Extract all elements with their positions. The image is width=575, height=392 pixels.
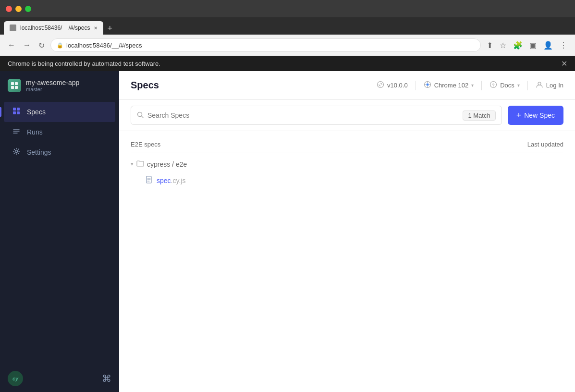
share-icon[interactable]: ⬆	[485, 39, 495, 52]
version-control[interactable]: v10.0.0	[377, 81, 408, 90]
bookmark-icon[interactable]: ☆	[498, 39, 508, 52]
folder-name: cypress / e2e	[147, 160, 187, 168]
docs-label: Docs	[500, 82, 514, 89]
sidebar-item-label-settings: Settings	[27, 148, 51, 156]
sidebar-item-runs[interactable]: Runs	[4, 122, 115, 142]
svg-point-12	[378, 82, 384, 88]
folder-icon	[136, 160, 144, 168]
sidebar-footer: cy ⌘	[0, 365, 119, 392]
specs-icon	[12, 107, 21, 117]
spec-row-spec-cy-js[interactable]: spec .cy.js	[131, 172, 563, 189]
tab-favicon	[10, 24, 16, 31]
sidebar-item-label-runs: Runs	[27, 128, 43, 136]
header-divider-1	[416, 81, 416, 90]
login-label: Log In	[546, 82, 563, 89]
login-control[interactable]: Log In	[536, 81, 563, 90]
docs-control[interactable]: ? Docs ▾	[489, 81, 520, 90]
settings-icon	[12, 147, 21, 158]
login-icon	[536, 81, 543, 90]
automation-banner: Chrome is being controlled by automated …	[0, 56, 575, 71]
folder-row-cypress-e2e[interactable]: ▾ cypress / e2e	[131, 156, 563, 172]
browser-titlebar	[0, 0, 575, 17]
sidebar: my-awesome-app master Specs	[0, 71, 119, 392]
svg-rect-2	[11, 86, 14, 89]
sidebar-toggle-icon[interactable]: ▣	[527, 39, 538, 52]
sidebar-header: my-awesome-app master	[0, 71, 119, 98]
toolbar-row: 1 Match + New Spec	[119, 100, 575, 131]
app-name: my-awesome-app	[26, 79, 79, 86]
new-spec-button[interactable]: + New Spec	[508, 106, 563, 125]
svg-line-19	[142, 116, 144, 118]
folder-chevron-icon: ▾	[131, 161, 134, 167]
sidebar-item-specs[interactable]: Specs	[4, 102, 115, 122]
tab-close-button[interactable]: ✕	[94, 25, 98, 31]
header-controls: v10.0.0 Chrome 102 ▾	[377, 81, 563, 90]
app-title-group: my-awesome-app master	[26, 79, 79, 92]
automation-banner-text: Chrome is being controlled by automated …	[8, 60, 160, 67]
app-branch: master	[26, 86, 79, 92]
svg-rect-5	[17, 108, 20, 110]
spec-file-extension: .cy.js	[171, 177, 186, 184]
refresh-button[interactable]: ↻	[37, 39, 47, 52]
new-spec-plus-icon: +	[516, 110, 522, 121]
banner-close-button[interactable]: ✕	[561, 59, 567, 68]
spec-file-icon	[146, 176, 153, 185]
browser-tab[interactable]: localhost:58436/__/#/specs ✕	[4, 21, 103, 35]
spec-filename: spec	[157, 177, 171, 184]
svg-text:?: ?	[492, 83, 495, 87]
address-text: localhost:58436/__/#/specs	[66, 42, 142, 49]
close-window-button[interactable]	[6, 6, 12, 12]
docs-icon: ?	[489, 81, 497, 90]
svg-rect-7	[17, 111, 20, 114]
new-tab-button[interactable]: +	[107, 24, 112, 34]
search-box: 1 Match	[131, 106, 502, 125]
extensions-icon[interactable]: 🧩	[511, 39, 525, 52]
browser-chevron-icon: ▾	[471, 83, 474, 88]
specs-table-header: E2E specs Last updated	[131, 139, 563, 152]
svg-rect-6	[13, 111, 16, 114]
version-icon	[377, 81, 384, 90]
page-title: Specs	[131, 80, 159, 91]
app-container: my-awesome-app master Specs	[0, 71, 575, 392]
minimize-window-button[interactable]	[15, 6, 22, 12]
app-icon	[8, 79, 21, 92]
address-bar[interactable]: 🔒 localhost:58436/__/#/specs	[50, 38, 481, 52]
maximize-window-button[interactable]	[25, 6, 31, 12]
col-e2e-specs: E2E specs	[131, 141, 160, 148]
search-input[interactable]	[147, 111, 459, 119]
specs-area: E2E specs Last updated ▾ cypress / e2e	[119, 131, 575, 392]
new-spec-label: New Spec	[524, 111, 555, 119]
version-label: v10.0.0	[387, 82, 408, 89]
col-last-updated: Last updated	[527, 141, 563, 148]
browser-addressbar: ← → ↻ 🔒 localhost:58436/__/#/specs ⬆ ☆ 🧩…	[0, 35, 575, 56]
browser-toolbar-icons: ⬆ ☆ 🧩 ▣ 👤 ⋮	[485, 39, 569, 52]
sidebar-item-settings[interactable]: Settings	[4, 142, 115, 162]
sidebar-nav: Specs Runs	[0, 98, 119, 365]
forward-button[interactable]: →	[21, 39, 33, 51]
search-icon	[137, 111, 144, 120]
svg-point-14	[426, 84, 428, 86]
match-badge: 1 Match	[463, 110, 495, 121]
cypress-logo: cy	[8, 371, 23, 386]
browser-tabbar: localhost:58436/__/#/specs ✕ +	[0, 17, 575, 35]
svg-rect-3	[15, 86, 18, 89]
profile-icon[interactable]: 👤	[541, 39, 555, 52]
main-content: Specs v10.0.0	[119, 71, 575, 392]
lock-icon: 🔒	[57, 42, 63, 49]
docs-chevron-icon: ▾	[517, 83, 520, 88]
app-header: Specs v10.0.0	[119, 71, 575, 100]
keyboard-shortcut-icon[interactable]: ⌘	[102, 373, 111, 384]
browser-control[interactable]: Chrome 102 ▾	[424, 81, 474, 90]
header-divider-2	[481, 81, 482, 90]
svg-rect-4	[13, 108, 16, 110]
tab-label: localhost:58436/__/#/specs	[20, 24, 90, 31]
sidebar-item-label-specs: Specs	[27, 108, 46, 116]
back-button[interactable]: ←	[6, 39, 17, 51]
header-divider-3	[527, 81, 528, 90]
runs-icon	[12, 127, 21, 137]
svg-rect-1	[15, 82, 18, 85]
browser-label: Chrome 102	[434, 82, 469, 89]
menu-icon[interactable]: ⋮	[558, 39, 569, 52]
svg-point-11	[15, 150, 18, 153]
svg-point-17	[538, 82, 541, 85]
